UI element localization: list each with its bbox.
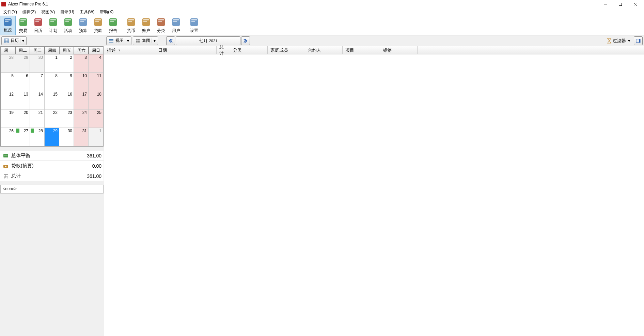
menu-2[interactable]: 视图(V) [38,9,58,16]
toolbar-reports-button[interactable]: 报告 [106,16,121,35]
column-header-1[interactable]: 日期 [155,46,217,54]
grid-body[interactable] [104,54,644,336]
svg-rect-29 [128,19,134,20]
menu-1[interactable]: 编辑(Z) [20,9,38,16]
none-box[interactable]: <none> [0,185,104,194]
calendar-mode-button[interactable]: 日历 ▾ [1,36,27,45]
calendar-day[interactable]: 8 [45,73,59,91]
svg-rect-56 [639,39,640,43]
svg-rect-50 [109,42,113,43]
calendar-day[interactable]: 1 [45,54,59,73]
calendar-day[interactable]: 3 [74,54,89,73]
svg-rect-42 [191,21,195,22]
calendar-day[interactable]: 20 [15,110,30,128]
calendar-day[interactable]: 27 [15,128,30,146]
loans-icon [93,17,104,28]
toolbar-calendar-button[interactable]: 日历 [31,16,46,35]
chevron-down-icon[interactable]: ▾ [152,38,157,43]
chevron-down-icon[interactable]: ▾ [125,38,130,43]
summary-row-total[interactable]: 总计361.00 [0,171,104,181]
calendar-day[interactable]: 15 [45,91,59,110]
filter-button[interactable]: 过滤器 ▾ [606,38,632,44]
accounts-icon [141,17,152,28]
calendar-day[interactable]: 21 [30,110,45,128]
toolbar-settings-button[interactable]: 设置 [187,16,202,35]
calendar-day[interactable]: 28 [30,128,45,146]
svg-rect-12 [35,21,39,22]
toolbar-overview-button[interactable]: 概况 [0,16,16,35]
toolbar-label: 贷款 [94,28,102,34]
column-header-2[interactable]: 总计 [217,46,230,54]
calendar-day[interactable]: 12 [1,91,15,110]
column-header-7[interactable]: 标签 [380,46,418,54]
toolbar-events-button[interactable]: 活动 [61,16,76,35]
calendar-day[interactable]: 4 [89,54,103,73]
calendar-day[interactable]: 13 [15,91,30,110]
group-button[interactable]: 集团 ▾ [133,36,158,45]
calendar-day[interactable]: 29 [15,54,30,73]
column-label: 描述 [107,47,116,53]
calendar-day[interactable]: 2 [59,54,74,73]
svg-rect-33 [143,21,147,22]
calendar-day[interactable]: 16 [59,91,74,110]
calendar-day[interactable]: 31 [74,128,89,146]
calendar-day[interactable]: 22 [45,110,59,128]
maximize-button[interactable] [613,0,628,8]
calendar-day[interactable]: 9 [59,73,74,91]
calendar-day[interactable]: 30 [59,128,74,146]
next-month-button[interactable] [241,36,250,45]
calendar-day[interactable]: 23 [59,110,74,128]
chevron-down-icon[interactable]: ▾ [20,38,26,43]
close-button[interactable] [628,0,643,8]
view-button[interactable]: 视图 ▾ [106,36,131,45]
summary-row-balance[interactable]: 总体平衡361.00 [0,151,104,161]
calendar-day[interactable]: 25 [89,110,103,128]
month-selector[interactable]: 七月 2021 [176,36,240,45]
calendar-day[interactable]: 30 [30,54,45,73]
toolbar-plan-button[interactable]: 计划 [46,16,61,35]
column-header-4[interactable]: 家庭成员 [268,46,305,54]
svg-rect-1 [619,3,622,5]
toolbar-categories-button[interactable]: 分类 [154,16,169,35]
chevron-down-icon[interactable]: ▾ [628,38,630,43]
toolbar-currency-button[interactable]: 货币 [124,16,139,35]
prev-month-button[interactable] [166,36,175,45]
toolbar-users-button[interactable]: 用户 [169,16,184,35]
minimize-button[interactable] [598,0,613,8]
calendar-day[interactable]: 19 [1,110,15,128]
calendar-day[interactable]: 7 [30,73,45,91]
column-header-3[interactable]: 分类 [230,46,268,54]
calendar-day[interactable]: 17 [74,91,89,110]
menu-5[interactable]: 帮助(X) [97,9,116,16]
panel-toggle-button[interactable] [634,36,643,45]
calendar-day[interactable]: 14 [30,91,45,110]
calendar-day[interactable]: 10 [74,73,89,91]
menu-4[interactable]: 工具(W) [77,9,97,16]
calendar-day[interactable]: 1 [89,128,103,146]
view-label: 视图 [115,38,124,44]
menu-0[interactable]: 文件(Y) [1,9,20,16]
calendar-day[interactable]: 24 [74,110,89,128]
column-header-5[interactable]: 合约人 [305,46,343,54]
calendar-day[interactable]: 11 [89,73,103,91]
calendar-day[interactable]: 28 [1,54,15,73]
toolbar-budget-button[interactable]: 预算 [76,16,91,35]
menu-3[interactable]: 目录(U) [58,9,77,16]
calendar-mode-label: 日历 [11,38,19,44]
month-label: 七月 [199,38,208,44]
total-icon [2,173,9,180]
calendar-day[interactable]: 6 [15,73,30,91]
column-header-6[interactable]: 项目 [343,46,380,54]
toolbar-label: 账户 [142,28,150,34]
summary-row-loan[interactable]: 贷款(摘要)0.00 [0,161,104,171]
column-header-0[interactable]: 描述▼ [104,46,155,54]
calendar-day[interactable]: 18 [89,91,103,110]
calendar-day[interactable]: 26 [1,128,15,146]
calendar-day[interactable]: 29 [45,128,59,146]
svg-rect-54 [138,41,140,43]
calendar-day[interactable]: 5 [1,73,15,91]
toolbar-loans-button[interactable]: 贷款 [91,16,106,35]
toolbar-accounts-button[interactable]: 账户 [139,16,154,35]
toolbar-transactions-button[interactable]: 交易 [16,16,31,35]
svg-point-61 [4,177,5,178]
